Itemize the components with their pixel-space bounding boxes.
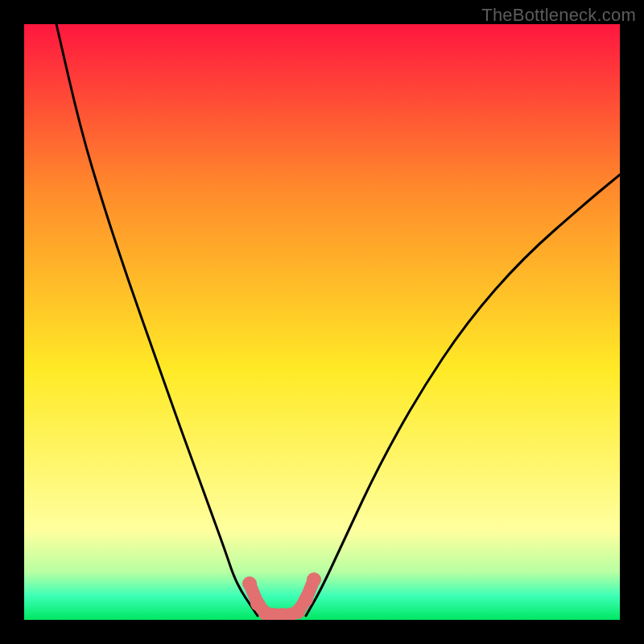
- curves-layer: [24, 24, 620, 620]
- left-curve: [56, 24, 258, 616]
- chart-frame: TheBottleneck.com: [0, 0, 644, 644]
- svg-point-8: [299, 592, 313, 607]
- watermark-label: TheBottleneck.com: [481, 5, 636, 26]
- right-curve: [306, 175, 620, 616]
- plot-area: [24, 24, 620, 620]
- svg-point-7: [291, 605, 305, 619]
- svg-point-1: [242, 576, 257, 591]
- svg-point-9: [307, 572, 321, 587]
